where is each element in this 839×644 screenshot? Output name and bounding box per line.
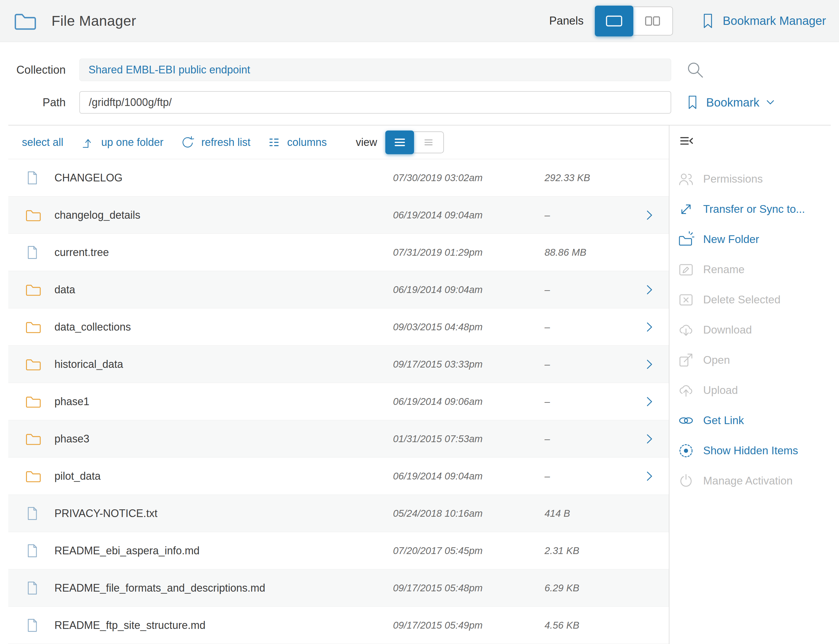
collection-input[interactable] <box>79 59 671 81</box>
refresh-icon <box>181 135 195 150</box>
file-name[interactable]: current.tree <box>54 246 393 259</box>
sidebar-item-permissions: Permissions <box>670 164 831 194</box>
bookmark-manager-link[interactable]: Bookmark Manager <box>699 13 826 29</box>
file-row-phase1[interactable]: phase1 06/19/2014 09:06am – <box>8 383 669 420</box>
search-button[interactable] <box>686 61 704 79</box>
sidebar-item-label: Get Link <box>703 414 744 427</box>
panel-layout-toggle <box>595 7 673 36</box>
file-row-current.tree[interactable]: current.tree 07/31/2019 01:29pm 88.86 MB <box>8 234 669 271</box>
dual-panel-button[interactable] <box>633 7 672 35</box>
bookmark-icon <box>685 95 700 110</box>
file-row-phase3[interactable]: phase3 01/31/2015 07:53am – <box>8 420 669 458</box>
file-date: 01/31/2015 07:53am <box>393 433 545 445</box>
sidebar-item-label: Manage Activation <box>703 475 793 487</box>
file-row-pilot_data[interactable]: pilot_data 06/19/2014 09:04am – <box>8 458 669 495</box>
sidebar-item-upload: Upload <box>670 375 831 406</box>
file-name[interactable]: data <box>54 284 393 296</box>
refresh-list-label: refresh list <box>201 136 250 149</box>
path-input[interactable] <box>79 91 671 113</box>
file-size: – <box>545 359 643 370</box>
file-name[interactable]: CHANGELOG <box>54 172 393 184</box>
file-row-PRIVACY-NOTICE.txt[interactable]: PRIVACY-NOTICE.txt 05/24/2018 10:16am 41… <box>8 495 669 532</box>
file-list: CHANGELOG 07/30/2019 03:02am 292.33 KB c… <box>8 159 669 644</box>
file-size: 4.56 KB <box>545 620 643 631</box>
sidebar-item-new-folder[interactable]: New Folder <box>670 224 831 255</box>
file-size: – <box>545 210 643 221</box>
file-row-README_ebi_aspera_info.md[interactable]: README_ebi_aspera_info.md 07/20/2017 05:… <box>8 532 669 569</box>
bookmark-manager-label: Bookmark Manager <box>723 14 826 28</box>
path-row: Path Bookmark <box>0 91 839 113</box>
file-row-README_ftp_site_structure.md[interactable]: README_ftp_site_structure.md 09/17/2015 … <box>8 607 669 644</box>
sidebar-item-show-hidden-items[interactable]: Show Hidden Items <box>670 435 831 466</box>
sidebar-item-get-link[interactable]: Get Link <box>670 406 831 435</box>
bookmark-dropdown[interactable]: Bookmark <box>685 95 775 110</box>
file-date: 07/20/2017 05:45pm <box>393 545 545 556</box>
folder-icon <box>25 207 42 224</box>
collapse-sidebar-button[interactable] <box>678 133 696 149</box>
header: File Manager Panels Bookmark Manager <box>0 0 839 42</box>
chevron-right-icon[interactable] <box>643 395 656 408</box>
sidebar-item-label: Open <box>703 354 730 366</box>
file-row-README_file_formats_and_descriptions.md[interactable]: README_file_formats_and_descriptions.md … <box>8 569 669 607</box>
select-all-label: select all <box>22 136 63 149</box>
file-row-data_collections[interactable]: data_collections 09/03/2015 04:48pm – <box>8 308 669 346</box>
sidebar-item-label: Show Hidden Items <box>703 445 798 457</box>
view-toggle <box>385 131 444 153</box>
file-row-CHANGELOG[interactable]: CHANGELOG 07/30/2019 03:02am 292.33 KB <box>8 159 669 197</box>
file-date: 05/24/2018 10:16am <box>393 508 545 519</box>
chevron-right-icon[interactable] <box>643 320 656 334</box>
open-icon <box>678 352 694 368</box>
actions-sidebar: Permissions Transfer or Sync to... New F… <box>670 125 831 644</box>
single-panel-icon <box>604 11 624 31</box>
file-icon <box>25 580 39 596</box>
chevron-down-icon <box>765 97 775 107</box>
select-all-button[interactable]: select all <box>22 136 63 149</box>
sidebar-item-label: Upload <box>703 384 738 397</box>
file-name[interactable]: pilot_data <box>54 470 393 482</box>
file-name[interactable]: data_collections <box>54 321 393 333</box>
file-name[interactable]: README_ebi_aspera_info.md <box>54 545 393 557</box>
file-name[interactable]: README_file_formats_and_descriptions.md <box>54 582 393 594</box>
sidebar-item-label: Rename <box>703 263 745 276</box>
file-date: 09/17/2015 05:49pm <box>393 620 545 631</box>
file-size: – <box>545 321 643 333</box>
compact-view-button[interactable] <box>414 132 443 153</box>
file-date: 09/17/2015 03:33pm <box>393 359 545 370</box>
list-view-button[interactable] <box>385 130 414 154</box>
file-browser-panel: select all up one folder refresh list co… <box>8 125 670 644</box>
upload-icon <box>678 382 694 399</box>
chevron-right-icon[interactable] <box>643 358 656 371</box>
columns-button[interactable]: columns <box>268 136 327 149</box>
folder-icon <box>25 430 42 447</box>
file-name[interactable]: README_ftp_site_structure.md <box>54 619 393 632</box>
file-row-data[interactable]: data 06/19/2014 09:04am – <box>8 271 669 308</box>
rename-icon <box>678 261 694 278</box>
file-name[interactable]: phase3 <box>54 433 393 445</box>
file-name[interactable]: historical_data <box>54 358 393 371</box>
file-name[interactable]: changelog_details <box>54 209 393 222</box>
file-name[interactable]: phase1 <box>54 395 393 408</box>
file-icon <box>25 543 39 559</box>
file-name[interactable]: PRIVACY-NOTICE.txt <box>54 507 393 520</box>
up-one-folder-button[interactable]: up one folder <box>80 135 163 150</box>
single-panel-button[interactable] <box>595 6 633 36</box>
sidebar-item-label: Download <box>703 324 752 336</box>
file-date: 09/17/2015 05:48pm <box>393 582 545 594</box>
sidebar-item-transfer-or-sync-to[interactable]: Transfer or Sync to... <box>670 194 831 224</box>
up-one-folder-icon <box>80 135 95 150</box>
view-label: view <box>356 136 377 149</box>
file-size: 2.31 KB <box>545 545 643 556</box>
chevron-right-icon[interactable] <box>643 209 656 222</box>
chevron-right-icon[interactable] <box>643 283 656 296</box>
path-label: Path <box>0 96 66 109</box>
page-title: File Manager <box>51 13 136 29</box>
delete-icon <box>678 291 694 308</box>
main-area: select all up one folder refresh list co… <box>8 125 831 644</box>
collection-row: Collection <box>0 59 839 81</box>
file-row-historical_data[interactable]: historical_data 09/17/2015 03:33pm – <box>8 346 669 383</box>
up-one-folder-label: up one folder <box>101 136 163 149</box>
refresh-list-button[interactable]: refresh list <box>181 135 250 150</box>
chevron-right-icon[interactable] <box>643 470 656 483</box>
chevron-right-icon[interactable] <box>643 432 656 445</box>
file-row-changelog_details[interactable]: changelog_details 06/19/2014 09:04am – <box>8 197 669 234</box>
